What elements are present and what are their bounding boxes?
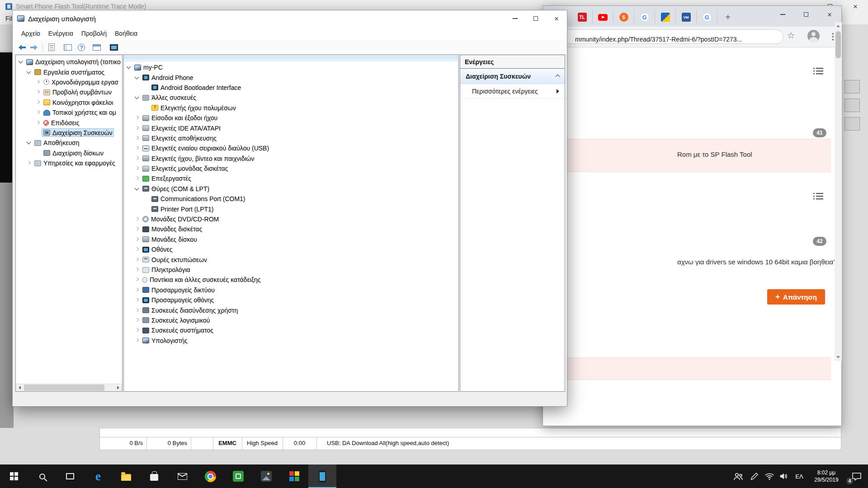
device-item-system-devices[interactable]: Συσκευές συστήματος bbox=[124, 325, 458, 335]
tree-item-device-manager[interactable]: Διαχείριση Συσκευών bbox=[16, 128, 122, 138]
chevron-down-icon[interactable] bbox=[134, 94, 140, 101]
windows-ink-button[interactable] bbox=[747, 465, 762, 488]
chevron-right-icon[interactable] bbox=[134, 145, 140, 151]
tab-youtube[interactable] bbox=[593, 9, 613, 25]
remote-computer-button[interactable] bbox=[108, 42, 120, 53]
taskbar-colorful-app-button[interactable] bbox=[280, 465, 308, 488]
browser-maximize-button[interactable] bbox=[794, 6, 818, 23]
tree-item-local-users[interactable]: Τοπικοί χρήστες και ομ bbox=[16, 108, 122, 117]
chevron-right-icon[interactable] bbox=[134, 297, 140, 303]
spft-side-button-2[interactable] bbox=[844, 99, 860, 112]
chevron-right-icon[interactable] bbox=[35, 89, 41, 95]
device-item-floppy-drives[interactable]: Μονάδες δισκέτας bbox=[124, 224, 458, 234]
tab-vm[interactable]: VM bbox=[676, 9, 697, 25]
properties-button[interactable] bbox=[91, 42, 103, 53]
cm-maximize-button[interactable] bbox=[525, 10, 546, 27]
chevron-right-icon[interactable] bbox=[134, 257, 140, 263]
action-center-button[interactable]: 4 bbox=[845, 465, 868, 488]
tree-item-shared-folders[interactable]: Κοινόχρηστοι φάκελοι bbox=[16, 98, 122, 108]
chevron-right-icon[interactable] bbox=[134, 307, 140, 314]
device-item-processors[interactable]: Επεξεργαστές bbox=[124, 174, 458, 183]
device-item-mice[interactable]: Ποντίκια και άλλες συσκευές κατάδειξης bbox=[124, 275, 458, 285]
chevron-right-icon[interactable] bbox=[134, 277, 140, 283]
device-item-android-phone[interactable]: Android Phone bbox=[124, 72, 458, 82]
export-list-button[interactable] bbox=[46, 42, 57, 53]
device-item-storage-controllers[interactable]: Ελεγκτές αποθήκευσης bbox=[124, 133, 458, 143]
volume-button[interactable] bbox=[777, 465, 791, 488]
scroll-up-icon[interactable] bbox=[836, 25, 840, 27]
chevron-right-icon[interactable] bbox=[134, 226, 140, 232]
scroll-down-icon[interactable] bbox=[836, 356, 840, 358]
bookmark-star-icon[interactable] bbox=[787, 30, 795, 41]
thread-list-icon[interactable] bbox=[813, 67, 823, 75]
chevron-right-icon[interactable] bbox=[26, 160, 32, 166]
taskbar-screenshot-app-button[interactable] bbox=[252, 465, 280, 488]
chevron-right-icon[interactable] bbox=[35, 120, 41, 126]
device-item-display-adapters[interactable]: Προσαρμογείς οθόνης bbox=[124, 295, 458, 305]
tab-tl[interactable]: TL bbox=[572, 9, 593, 25]
help-button[interactable]: ? bbox=[75, 42, 87, 53]
page-scrollbar[interactable] bbox=[835, 22, 842, 361]
tree-item-storage[interactable]: Αποθήκευση bbox=[16, 138, 122, 148]
taskbar-chrome-button[interactable] bbox=[196, 465, 224, 488]
show-console-tree-button[interactable] bbox=[62, 42, 74, 53]
chevron-right-icon[interactable] bbox=[134, 267, 140, 273]
tree-item-services[interactable]: Υπηρεσίες και εφαρμογές bbox=[16, 158, 122, 168]
device-item-multimedia-audio[interactable]: Ελεγκτής ήχου πολυμέσων bbox=[124, 103, 458, 113]
chevron-down-icon[interactable] bbox=[18, 59, 24, 65]
address-bar[interactable]: mmunity/index.php/Thread/37517-Redmi-6/?… bbox=[547, 29, 783, 44]
device-item-floppy-controllers[interactable]: Ελεγκτές μονάδας δισκέτας bbox=[124, 164, 458, 174]
post-number-badge[interactable]: 41 bbox=[813, 128, 826, 137]
network-button[interactable] bbox=[762, 465, 777, 488]
tree-item-system-tools[interactable]: Εργαλεία συστήματος bbox=[16, 67, 122, 77]
scrollbar-thumb[interactable] bbox=[835, 31, 841, 58]
chevron-down-icon[interactable] bbox=[134, 186, 140, 192]
device-item-software-devices[interactable]: Συσκευές λογισμικού bbox=[124, 315, 458, 325]
back-button[interactable] bbox=[16, 42, 28, 53]
taskbar-spft-button[interactable] bbox=[308, 465, 336, 488]
scroll-right-icon[interactable] bbox=[114, 384, 122, 391]
collapse-icon[interactable] bbox=[556, 75, 560, 79]
device-item-sound-video-game[interactable]: Ελεγκτές ήχου, βίντεο και παιχνιδιών bbox=[124, 154, 458, 164]
menu-action[interactable]: Ενέργεια bbox=[44, 27, 77, 40]
cm-minimize-button[interactable] bbox=[505, 10, 525, 27]
scroll-left-icon[interactable] bbox=[16, 384, 24, 391]
taskbar-edge-button[interactable] bbox=[84, 465, 112, 488]
taskbar-search-button[interactable] bbox=[28, 465, 56, 488]
more-actions-item[interactable]: Περισσότερες ενέργειες bbox=[460, 84, 565, 99]
clock[interactable]: 8:02 μμ29/5/2019 bbox=[807, 465, 845, 488]
cm-titlebar[interactable]: Διαχείριση υπολογιστή bbox=[13, 10, 567, 27]
device-item-my-pc[interactable]: my-PC bbox=[124, 62, 458, 72]
chevron-down-icon[interactable] bbox=[126, 64, 132, 70]
task-view-button[interactable] bbox=[56, 465, 84, 488]
menu-help[interactable]: Βοήθεια bbox=[111, 27, 142, 40]
post-number-badge[interactable]: 42 bbox=[813, 237, 826, 246]
tab-google-2[interactable]: G bbox=[697, 9, 717, 25]
forward-button[interactable] bbox=[28, 42, 40, 53]
device-item-lpt1[interactable]: Printer Port (LPT1) bbox=[124, 204, 458, 214]
spft-side-button-3[interactable] bbox=[844, 117, 860, 131]
tree-item-computer-management[interactable]: Διαχείριση υπολογιστή (τοπικο bbox=[16, 57, 122, 67]
spft-side-button-1[interactable] bbox=[844, 80, 860, 94]
browser-minimize-button[interactable] bbox=[771, 6, 794, 23]
device-item-keyboards[interactable]: Πληκτρολόγια bbox=[124, 265, 458, 275]
profile-avatar[interactable] bbox=[807, 30, 820, 42]
chevron-down-icon[interactable] bbox=[26, 69, 32, 75]
thread-list-icon[interactable] bbox=[813, 192, 823, 201]
device-item-dvd-drives[interactable]: Μονάδες DVD/CD-ROM bbox=[124, 214, 458, 224]
taskbar-explorer-button[interactable] bbox=[112, 465, 140, 488]
device-item-ide-controllers[interactable]: Ελεγκτές IDE ATA/ATAPI bbox=[124, 123, 458, 133]
chevron-right-icon[interactable] bbox=[134, 246, 140, 253]
browser-close-button[interactable] bbox=[818, 6, 841, 23]
chevron-right-icon[interactable] bbox=[35, 99, 41, 106]
spft-close-button[interactable] bbox=[843, 0, 868, 13]
chevron-right-icon[interactable] bbox=[134, 317, 140, 324]
device-item-audio-io[interactable]: Είσοδοι και έξοδοι ήχου bbox=[124, 113, 458, 123]
chevron-right-icon[interactable] bbox=[35, 79, 41, 85]
chevron-right-icon[interactable] bbox=[134, 287, 140, 293]
device-item-usb-controllers[interactable]: Ελεγκτές ενιαίου σειριακού διαύλου (USB) bbox=[124, 143, 458, 153]
chevron-right-icon[interactable] bbox=[134, 115, 140, 121]
language-indicator[interactable]: ΕΛ bbox=[791, 465, 807, 488]
taskbar-store-button[interactable] bbox=[140, 465, 168, 488]
taskbar-green-app-button[interactable] bbox=[224, 465, 252, 488]
